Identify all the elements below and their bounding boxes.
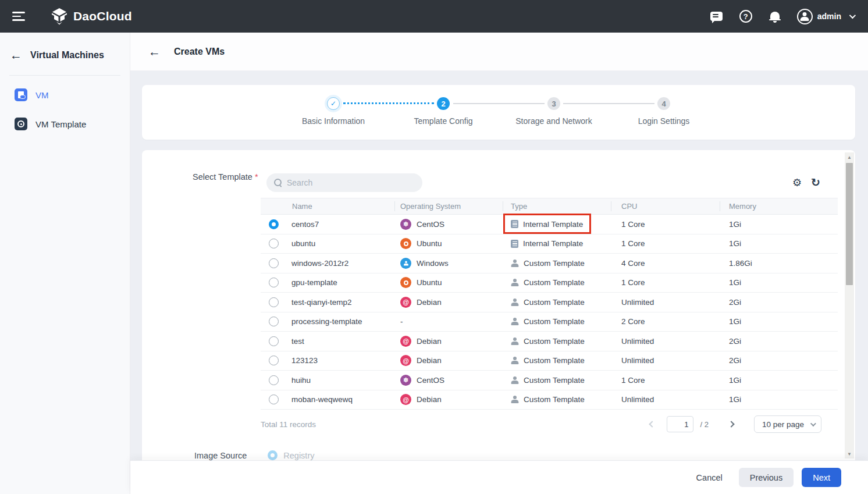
template-name: ubuntu bbox=[291, 239, 315, 248]
os-debian-icon: @ bbox=[400, 336, 411, 347]
sidebar: ← Virtual Machines VM VM Template bbox=[0, 33, 130, 494]
step-4-circle: 4 bbox=[657, 97, 670, 110]
memory-value: 1.86Gi bbox=[729, 259, 752, 268]
memory-value: 1Gi bbox=[729, 376, 741, 385]
table-row[interactable]: 123123 @Debian Custom Template Unlimited… bbox=[261, 351, 838, 371]
row-radio[interactable] bbox=[269, 239, 279, 248]
memory-value: 2Gi bbox=[729, 337, 741, 346]
template-name: test bbox=[291, 337, 304, 346]
template-type: Custom Template bbox=[524, 356, 585, 365]
memory-value: 1Gi bbox=[729, 395, 741, 404]
messages-icon[interactable] bbox=[710, 9, 724, 23]
notifications-bell-icon[interactable] bbox=[768, 9, 782, 23]
step-connector bbox=[563, 103, 654, 104]
chevron-down-icon bbox=[849, 12, 856, 19]
sidebar-back-button[interactable]: ← bbox=[10, 49, 22, 61]
step-1-label: Basic Information bbox=[278, 116, 389, 126]
template-name: 123123 bbox=[291, 356, 318, 365]
os-name: Debian bbox=[417, 356, 442, 365]
username: admin bbox=[817, 12, 841, 21]
sidebar-item-vm-template[interactable]: VM Template bbox=[0, 109, 130, 138]
os-name: Debian bbox=[417, 298, 442, 307]
sidebar-item-label: VM bbox=[35, 90, 49, 100]
template-name: test-qianyi-temp2 bbox=[291, 298, 352, 307]
row-radio[interactable] bbox=[269, 297, 279, 307]
action-bar: Cancel Previous Next bbox=[130, 461, 868, 494]
table-row[interactable]: processing-template - Custom Template 2 … bbox=[261, 312, 838, 332]
next-page-button[interactable] bbox=[724, 422, 739, 427]
pagination: / 2 10 per page bbox=[645, 415, 838, 433]
cpu-value: 2 Core bbox=[621, 317, 645, 326]
sidebar-item-vm[interactable]: VM bbox=[0, 80, 130, 109]
template-type: Custom Template bbox=[524, 298, 585, 307]
scroll-up-arrow-icon[interactable]: ▲ bbox=[845, 152, 854, 162]
template-type: Custom Template bbox=[524, 317, 585, 326]
os-name: Windows bbox=[417, 259, 449, 268]
row-radio[interactable] bbox=[269, 395, 279, 404]
chevron-down-icon bbox=[810, 421, 816, 427]
memory-value: 1Gi bbox=[729, 220, 741, 229]
table-row[interactable]: test-qianyi-temp2 @Debian Custom Templat… bbox=[261, 293, 838, 312]
table-row[interactable]: centos7 ✽CentOS Internal Template 1 Core… bbox=[261, 215, 838, 234]
next-button[interactable]: Next bbox=[802, 468, 841, 487]
column-header-cpu: CPU bbox=[611, 198, 720, 214]
table-row[interactable]: windows-2012r2 Windows Custom Template 4… bbox=[261, 254, 838, 273]
os-centos-icon: ✽ bbox=[400, 375, 411, 386]
vertical-scrollbar[interactable]: ▲ ▼ bbox=[845, 152, 854, 459]
row-radio[interactable] bbox=[269, 336, 279, 346]
table-row[interactable]: huihu ✽CentOS Custom Template 1 Core 1Gi bbox=[261, 371, 838, 390]
cancel-button[interactable]: Cancel bbox=[688, 468, 731, 487]
row-radio[interactable] bbox=[269, 258, 279, 268]
page-back-button[interactable]: ← bbox=[148, 45, 161, 58]
scrollbar-thumb[interactable] bbox=[846, 163, 853, 285]
template-type: Internal Template bbox=[523, 220, 583, 229]
page-number-input[interactable] bbox=[667, 416, 693, 432]
page-size-select[interactable]: 10 per page bbox=[754, 415, 821, 433]
os-centos-icon: ✽ bbox=[400, 219, 411, 230]
scroll-down-arrow-icon[interactable]: ▼ bbox=[845, 449, 854, 459]
template-name: moban-weqwewq bbox=[291, 395, 353, 404]
table-row[interactable]: moban-weqwewq @Debian Custom Template Un… bbox=[261, 390, 838, 410]
template-type: Custom Template bbox=[524, 278, 585, 287]
prev-page-button[interactable] bbox=[645, 422, 660, 427]
template-name: huihu bbox=[291, 376, 311, 385]
cpu-value: 4 Core bbox=[621, 259, 645, 268]
user-menu[interactable]: admin bbox=[797, 9, 854, 24]
registry-radio[interactable] bbox=[268, 450, 278, 460]
total-records: Total 11 records bbox=[261, 420, 316, 429]
table-refresh-icon[interactable]: ↻ bbox=[811, 177, 820, 188]
table-row[interactable]: ubuntu Ubuntu Internal Template 1 Core 1… bbox=[261, 234, 838, 254]
row-radio[interactable] bbox=[269, 317, 279, 326]
table-row[interactable]: test @Debian Custom Template Unlimited 2… bbox=[261, 332, 838, 351]
memory-value: 2Gi bbox=[729, 356, 741, 365]
template-table: ⚙ ↻ Name Operating System Type CPU Memor… bbox=[261, 173, 838, 436]
cpu-value: Unlimited bbox=[621, 298, 654, 307]
cpu-value: Unlimited bbox=[621, 356, 654, 365]
column-header-memory: Memory bbox=[720, 198, 838, 214]
avatar bbox=[797, 9, 813, 24]
image-source-field: Image Source Registry bbox=[194, 450, 314, 460]
stepper: ✓ 2 3 4 Basic Information Template Confi… bbox=[142, 85, 855, 140]
help-icon[interactable]: ? bbox=[739, 9, 753, 23]
table-rows: centos7 ✽CentOS Internal Template 1 Core… bbox=[261, 215, 838, 410]
vm-template-icon bbox=[15, 118, 27, 130]
template-config-form: Select Template* ⚙ ↻ Name Operating Syst… bbox=[142, 150, 855, 494]
template-type: Custom Template bbox=[524, 337, 585, 346]
os-ubuntu-icon bbox=[400, 238, 411, 249]
row-radio[interactable] bbox=[269, 278, 279, 287]
internal-template-icon bbox=[511, 220, 518, 228]
menu-toggle-icon[interactable] bbox=[12, 9, 26, 23]
previous-button[interactable]: Previous bbox=[739, 468, 794, 487]
row-radio[interactable] bbox=[269, 375, 279, 385]
step-3-label: Storage and Network bbox=[499, 116, 609, 126]
row-radio[interactable] bbox=[269, 356, 279, 365]
search-input[interactable] bbox=[287, 178, 403, 187]
os-debian-icon: @ bbox=[400, 297, 411, 308]
custom-template-icon bbox=[511, 396, 519, 403]
row-radio[interactable] bbox=[269, 219, 279, 229]
table-settings-gear-icon[interactable]: ⚙ bbox=[792, 177, 802, 188]
template-type: Internal Template bbox=[523, 239, 583, 248]
vm-icon bbox=[15, 88, 27, 101]
os-name: Debian bbox=[417, 395, 442, 404]
table-row[interactable]: gpu-template Ubuntu Custom Template 1 Co… bbox=[261, 273, 838, 293]
